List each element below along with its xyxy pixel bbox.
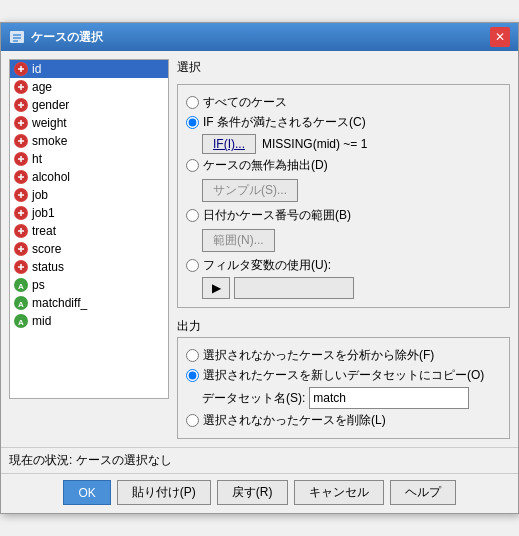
help-button[interactable]: ヘルプ [390,480,456,505]
dataset-label: データセット名(S): [202,390,305,407]
if-row: IF(I)... MISSING(mid) ~= 1 [202,134,501,154]
var-name: id [32,62,41,76]
var-name: mid [32,314,51,328]
random-row: ケースの無作為抽出(D) [186,157,501,174]
filter-text-box [234,277,354,299]
var-name: job1 [32,206,55,220]
var-name: ps [32,278,45,292]
all-cases-radio[interactable] [186,96,199,109]
copy-row: 選択されたケースを新しいデータセットにコピー(O) [186,367,501,384]
svg-text:A: A [18,318,24,327]
var-type-icon [14,260,28,274]
copy-radio[interactable] [186,369,199,382]
range-button[interactable]: 範囲(N)... [202,229,275,252]
var-type-icon: A [14,314,28,328]
var-name: score [32,242,61,256]
list-item[interactable]: gender [10,96,168,114]
list-item[interactable]: Amatchdiff_ [10,294,168,312]
case-selection-dialog: ケースの選択 ✕ idagegenderweightsmokehtalcohol… [0,22,519,514]
var-type-icon: A [14,296,28,310]
close-button[interactable]: ✕ [490,27,510,47]
exclude-radio[interactable] [186,349,199,362]
delete-radio[interactable] [186,414,199,427]
var-type-icon [14,188,28,202]
sample-button[interactable]: サンプル(S)... [202,179,298,202]
var-type-icon: A [14,278,28,292]
var-type-icon [14,152,28,166]
copy-label[interactable]: 選択されたケースを新しいデータセットにコピー(O) [203,367,484,384]
list-item[interactable]: age [10,78,168,96]
dialog-body: idagegenderweightsmokehtalcoholjobjob1tr… [1,51,518,447]
missing-text: MISSING(mid) ~= 1 [262,137,367,151]
var-name: treat [32,224,56,238]
var-type-icon [14,98,28,112]
output-label: 出力 [177,318,510,335]
var-name: job [32,188,48,202]
title-bar-left: ケースの選択 [9,29,103,46]
if-cases-label[interactable]: IF 条件が満たされるケース(C) [203,114,366,131]
var-name: gender [32,98,69,112]
output-section: 出力 選択されなかったケースを分析から除外(F) 選択されたケースを新しいデータ… [177,318,510,439]
random-radio[interactable] [186,159,199,172]
var-type-icon [14,116,28,130]
sample-btn-row: サンプル(S)... [186,177,501,204]
reset-button[interactable]: 戻す(R) [217,480,288,505]
var-name: weight [32,116,67,130]
list-item[interactable]: weight [10,114,168,132]
list-item[interactable]: Amid [10,312,168,330]
list-item[interactable]: treat [10,222,168,240]
date-label[interactable]: 日付かケース番号の範囲(B) [203,207,351,224]
filter-arrow-button[interactable]: ▶ [202,277,230,299]
list-item[interactable]: id [10,60,168,78]
var-type-icon [14,206,28,220]
exclude-row: 選択されなかったケースを分析から除外(F) [186,347,501,364]
footer: OK 貼り付け(P) 戻す(R) キャンセル ヘルプ [1,473,518,513]
if-cases-radio[interactable] [186,116,199,129]
if-button[interactable]: IF(I)... [202,134,256,154]
dataset-input[interactable] [309,387,469,409]
dialog-icon [9,29,25,45]
var-name: smoke [32,134,67,148]
random-label[interactable]: ケースの無作為抽出(D) [203,157,328,174]
variable-list: idagegenderweightsmokehtalcoholjobjob1tr… [9,59,169,399]
selection-label: 選択 [177,59,510,76]
cancel-button[interactable]: キャンセル [294,480,384,505]
delete-label[interactable]: 選択されなかったケースを削除(L) [203,412,386,429]
dataset-row: データセット名(S): [202,387,501,409]
all-cases-row: すべてのケース [186,94,501,111]
list-item[interactable]: alcohol [10,168,168,186]
list-item[interactable]: job [10,186,168,204]
var-type-icon [14,134,28,148]
var-type-icon [14,80,28,94]
right-panel: 選択 すべてのケース IF 条件が満たされるケース(C) IF(I)... MI… [177,59,510,439]
var-type-icon [14,62,28,76]
date-radio[interactable] [186,209,199,222]
list-item[interactable]: score [10,240,168,258]
status-bar: 現在の状況: ケースの選択なし [1,447,518,473]
var-name: alcohol [32,170,70,184]
filter-label[interactable]: フィルタ変数の使用(U): [203,257,331,274]
dialog-title: ケースの選択 [31,29,103,46]
date-row: 日付かケース番号の範囲(B) [186,207,501,224]
selection-group: すべてのケース IF 条件が満たされるケース(C) IF(I)... MISSI… [177,84,510,308]
var-name: age [32,80,52,94]
list-item[interactable]: Aps [10,276,168,294]
list-item[interactable]: smoke [10,132,168,150]
if-cases-row: IF 条件が満たされるケース(C) [186,114,501,131]
all-cases-label[interactable]: すべてのケース [203,94,287,111]
svg-text:A: A [18,282,24,291]
filter-radio[interactable] [186,259,199,272]
status-text: 現在の状況: ケースの選択なし [9,453,172,467]
list-item[interactable]: job1 [10,204,168,222]
exclude-label[interactable]: 選択されなかったケースを分析から除外(F) [203,347,434,364]
output-group: 選択されなかったケースを分析から除外(F) 選択されたケースを新しいデータセット… [177,337,510,439]
var-type-icon [14,170,28,184]
list-item[interactable]: status [10,258,168,276]
ok-button[interactable]: OK [63,480,110,505]
var-type-icon [14,224,28,238]
paste-button[interactable]: 貼り付け(P) [117,480,211,505]
svg-text:A: A [18,300,24,309]
var-type-icon [14,242,28,256]
var-name: status [32,260,64,274]
list-item[interactable]: ht [10,150,168,168]
